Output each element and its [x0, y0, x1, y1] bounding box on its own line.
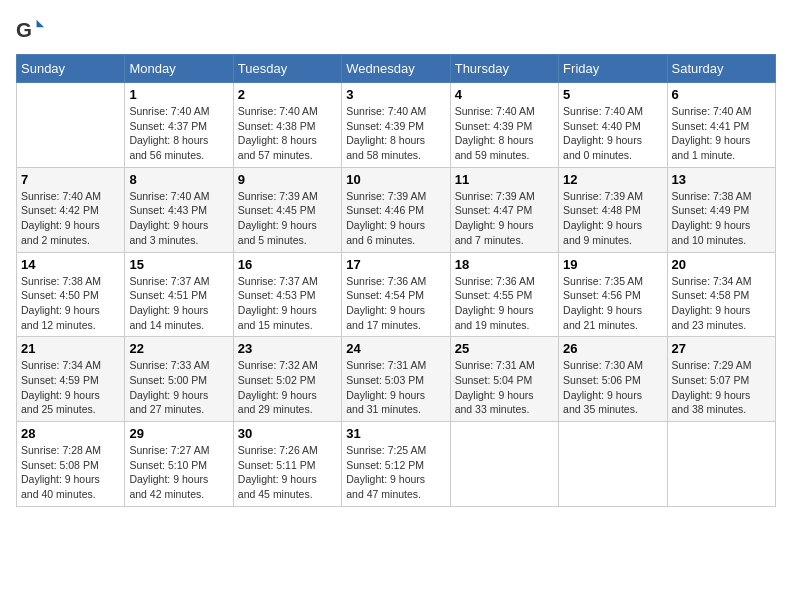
day-number: 15 — [129, 257, 228, 272]
day-number: 2 — [238, 87, 337, 102]
day-number: 17 — [346, 257, 445, 272]
day-info: Sunrise: 7:40 AMSunset: 4:41 PMDaylight:… — [672, 104, 771, 163]
calendar-week-2: 7Sunrise: 7:40 AMSunset: 4:42 PMDaylight… — [17, 167, 776, 252]
svg-marker-1 — [37, 20, 44, 27]
calendar-cell: 7Sunrise: 7:40 AMSunset: 4:42 PMDaylight… — [17, 167, 125, 252]
day-info: Sunrise: 7:32 AMSunset: 5:02 PMDaylight:… — [238, 358, 337, 417]
day-number: 22 — [129, 341, 228, 356]
day-number: 12 — [563, 172, 662, 187]
day-info: Sunrise: 7:36 AMSunset: 4:54 PMDaylight:… — [346, 274, 445, 333]
day-info: Sunrise: 7:28 AMSunset: 5:08 PMDaylight:… — [21, 443, 120, 502]
calendar-week-4: 21Sunrise: 7:34 AMSunset: 4:59 PMDayligh… — [17, 337, 776, 422]
day-info: Sunrise: 7:39 AMSunset: 4:47 PMDaylight:… — [455, 189, 554, 248]
day-number: 10 — [346, 172, 445, 187]
day-info: Sunrise: 7:38 AMSunset: 4:50 PMDaylight:… — [21, 274, 120, 333]
day-info: Sunrise: 7:40 AMSunset: 4:43 PMDaylight:… — [129, 189, 228, 248]
day-number: 4 — [455, 87, 554, 102]
day-number: 19 — [563, 257, 662, 272]
day-number: 30 — [238, 426, 337, 441]
day-info: Sunrise: 7:38 AMSunset: 4:49 PMDaylight:… — [672, 189, 771, 248]
calendar-cell: 3Sunrise: 7:40 AMSunset: 4:39 PMDaylight… — [342, 83, 450, 168]
calendar-cell: 18Sunrise: 7:36 AMSunset: 4:55 PMDayligh… — [450, 252, 558, 337]
day-info: Sunrise: 7:40 AMSunset: 4:39 PMDaylight:… — [455, 104, 554, 163]
day-number: 3 — [346, 87, 445, 102]
calendar-cell: 17Sunrise: 7:36 AMSunset: 4:54 PMDayligh… — [342, 252, 450, 337]
calendar-cell: 6Sunrise: 7:40 AMSunset: 4:41 PMDaylight… — [667, 83, 775, 168]
day-info: Sunrise: 7:40 AMSunset: 4:40 PMDaylight:… — [563, 104, 662, 163]
calendar-week-5: 28Sunrise: 7:28 AMSunset: 5:08 PMDayligh… — [17, 422, 776, 507]
day-info: Sunrise: 7:40 AMSunset: 4:42 PMDaylight:… — [21, 189, 120, 248]
day-number: 24 — [346, 341, 445, 356]
calendar-cell: 24Sunrise: 7:31 AMSunset: 5:03 PMDayligh… — [342, 337, 450, 422]
calendar-cell: 2Sunrise: 7:40 AMSunset: 4:38 PMDaylight… — [233, 83, 341, 168]
weekday-header-friday: Friday — [559, 55, 667, 83]
calendar-cell: 26Sunrise: 7:30 AMSunset: 5:06 PMDayligh… — [559, 337, 667, 422]
logo-icon: G — [16, 16, 44, 44]
day-info: Sunrise: 7:34 AMSunset: 4:59 PMDaylight:… — [21, 358, 120, 417]
calendar-cell: 20Sunrise: 7:34 AMSunset: 4:58 PMDayligh… — [667, 252, 775, 337]
calendar-cell: 30Sunrise: 7:26 AMSunset: 5:11 PMDayligh… — [233, 422, 341, 507]
day-info: Sunrise: 7:37 AMSunset: 4:53 PMDaylight:… — [238, 274, 337, 333]
day-number: 7 — [21, 172, 120, 187]
logo: G — [16, 16, 48, 44]
calendar-cell: 1Sunrise: 7:40 AMSunset: 4:37 PMDaylight… — [125, 83, 233, 168]
day-number: 21 — [21, 341, 120, 356]
day-number: 1 — [129, 87, 228, 102]
day-number: 8 — [129, 172, 228, 187]
weekday-header-sunday: Sunday — [17, 55, 125, 83]
calendar-week-3: 14Sunrise: 7:38 AMSunset: 4:50 PMDayligh… — [17, 252, 776, 337]
calendar-cell — [450, 422, 558, 507]
day-info: Sunrise: 7:34 AMSunset: 4:58 PMDaylight:… — [672, 274, 771, 333]
weekday-header-monday: Monday — [125, 55, 233, 83]
day-number: 5 — [563, 87, 662, 102]
day-number: 14 — [21, 257, 120, 272]
weekday-header-wednesday: Wednesday — [342, 55, 450, 83]
day-number: 6 — [672, 87, 771, 102]
day-info: Sunrise: 7:39 AMSunset: 4:46 PMDaylight:… — [346, 189, 445, 248]
svg-text:G: G — [16, 18, 32, 41]
day-info: Sunrise: 7:26 AMSunset: 5:11 PMDaylight:… — [238, 443, 337, 502]
calendar-cell: 22Sunrise: 7:33 AMSunset: 5:00 PMDayligh… — [125, 337, 233, 422]
calendar-cell: 9Sunrise: 7:39 AMSunset: 4:45 PMDaylight… — [233, 167, 341, 252]
calendar-header: SundayMondayTuesdayWednesdayThursdayFrid… — [17, 55, 776, 83]
calendar-cell: 19Sunrise: 7:35 AMSunset: 4:56 PMDayligh… — [559, 252, 667, 337]
day-number: 16 — [238, 257, 337, 272]
weekday-header-thursday: Thursday — [450, 55, 558, 83]
calendar-cell: 27Sunrise: 7:29 AMSunset: 5:07 PMDayligh… — [667, 337, 775, 422]
calendar-week-1: 1Sunrise: 7:40 AMSunset: 4:37 PMDaylight… — [17, 83, 776, 168]
calendar-cell — [667, 422, 775, 507]
day-number: 29 — [129, 426, 228, 441]
calendar-cell: 5Sunrise: 7:40 AMSunset: 4:40 PMDaylight… — [559, 83, 667, 168]
calendar-cell: 16Sunrise: 7:37 AMSunset: 4:53 PMDayligh… — [233, 252, 341, 337]
calendar-cell: 31Sunrise: 7:25 AMSunset: 5:12 PMDayligh… — [342, 422, 450, 507]
calendar-cell: 23Sunrise: 7:32 AMSunset: 5:02 PMDayligh… — [233, 337, 341, 422]
day-info: Sunrise: 7:33 AMSunset: 5:00 PMDaylight:… — [129, 358, 228, 417]
calendar-cell: 21Sunrise: 7:34 AMSunset: 4:59 PMDayligh… — [17, 337, 125, 422]
day-info: Sunrise: 7:37 AMSunset: 4:51 PMDaylight:… — [129, 274, 228, 333]
calendar-table: SundayMondayTuesdayWednesdayThursdayFrid… — [16, 54, 776, 507]
calendar-cell: 15Sunrise: 7:37 AMSunset: 4:51 PMDayligh… — [125, 252, 233, 337]
calendar-cell: 25Sunrise: 7:31 AMSunset: 5:04 PMDayligh… — [450, 337, 558, 422]
day-number: 13 — [672, 172, 771, 187]
day-number: 25 — [455, 341, 554, 356]
day-info: Sunrise: 7:36 AMSunset: 4:55 PMDaylight:… — [455, 274, 554, 333]
calendar-cell: 28Sunrise: 7:28 AMSunset: 5:08 PMDayligh… — [17, 422, 125, 507]
calendar-cell: 13Sunrise: 7:38 AMSunset: 4:49 PMDayligh… — [667, 167, 775, 252]
day-number: 18 — [455, 257, 554, 272]
day-info: Sunrise: 7:31 AMSunset: 5:03 PMDaylight:… — [346, 358, 445, 417]
day-info: Sunrise: 7:31 AMSunset: 5:04 PMDaylight:… — [455, 358, 554, 417]
day-info: Sunrise: 7:29 AMSunset: 5:07 PMDaylight:… — [672, 358, 771, 417]
calendar-cell — [17, 83, 125, 168]
day-number: 23 — [238, 341, 337, 356]
day-number: 27 — [672, 341, 771, 356]
calendar-cell: 29Sunrise: 7:27 AMSunset: 5:10 PMDayligh… — [125, 422, 233, 507]
day-number: 9 — [238, 172, 337, 187]
day-number: 28 — [21, 426, 120, 441]
page-header: G — [16, 16, 776, 44]
day-info: Sunrise: 7:40 AMSunset: 4:39 PMDaylight:… — [346, 104, 445, 163]
calendar-cell: 12Sunrise: 7:39 AMSunset: 4:48 PMDayligh… — [559, 167, 667, 252]
day-info: Sunrise: 7:25 AMSunset: 5:12 PMDaylight:… — [346, 443, 445, 502]
calendar-cell: 11Sunrise: 7:39 AMSunset: 4:47 PMDayligh… — [450, 167, 558, 252]
day-info: Sunrise: 7:30 AMSunset: 5:06 PMDaylight:… — [563, 358, 662, 417]
day-number: 20 — [672, 257, 771, 272]
